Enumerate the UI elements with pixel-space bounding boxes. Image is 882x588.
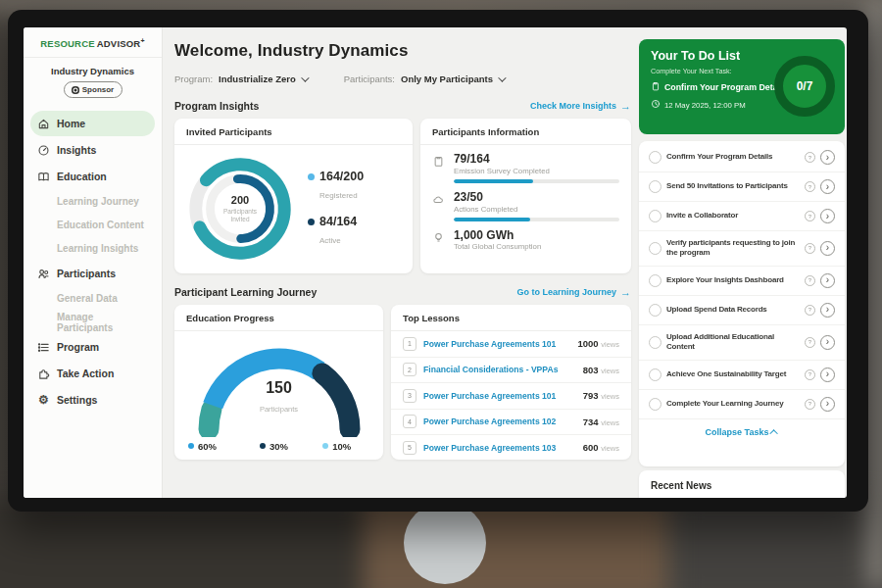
sidebar-item-manage-participants[interactable]: Manage Participants	[30, 311, 155, 333]
chevron-right-button[interactable]: ›	[820, 368, 835, 382]
info-icon[interactable]: ?	[805, 399, 815, 410]
people-icon	[37, 268, 50, 280]
invited-donut-chart: 200 Participants Invited	[182, 151, 298, 267]
legend-dot	[260, 443, 266, 449]
legend-active: 84/164Active	[308, 216, 364, 247]
go-to-learning-journey-link[interactable]: Go to Learning Journey →	[516, 286, 631, 298]
legend-dot	[322, 443, 328, 449]
filters-row: Program: Industrialize Zero Participants…	[174, 74, 631, 84]
education-progress-card: Education Progress 150 Participants 60%C…	[174, 305, 383, 460]
task-checkbox[interactable]	[649, 398, 662, 411]
logo-resource: RESOURCE	[40, 38, 94, 49]
lesson-row: 2 Financial Considerations - VPPAs 803 v…	[391, 358, 631, 384]
top-lessons-card: Top Lessons 1 Power Purchase Agreements …	[391, 305, 631, 460]
recent-news-card: Recent News	[639, 470, 845, 498]
todo-due-date: 12 May 2025, 12:00 PM	[664, 101, 746, 110]
task-row-explore-insights: Explore Your Insights Dashboard ? ›	[639, 267, 845, 296]
lesson-row: 1 Power Purchase Agreements 101 1000 vie…	[391, 331, 631, 358]
chevron-right-button[interactable]: ›	[820, 241, 835, 256]
sidebar-item-program[interactable]: Program	[30, 334, 155, 360]
info-icon[interactable]: ?	[805, 305, 815, 316]
clipboard-icon	[651, 81, 661, 93]
lesson-link[interactable]: Power Purchase Agreements 103	[423, 443, 576, 453]
sidebar-item-take-action[interactable]: Take Action	[30, 361, 155, 386]
info-icon[interactable]: ?	[805, 243, 815, 254]
stat-actions-completed: 23/50 Actions Completed	[420, 183, 631, 221]
chevron-right-button[interactable]: ›	[820, 209, 835, 223]
sidebar-item-general-data[interactable]: General Data	[30, 287, 155, 310]
legend-dot	[188, 443, 194, 449]
book-icon	[37, 171, 50, 183]
info-icon[interactable]: ?	[805, 211, 815, 221]
chevron-right-button[interactable]: ›	[820, 335, 835, 350]
task-checkbox[interactable]	[649, 368, 662, 381]
info-icon[interactable]: ?	[805, 337, 815, 348]
sidebar-menu: Home Insights Education Learning Journey…	[24, 108, 162, 416]
task-checkbox[interactable]	[649, 151, 662, 164]
check-more-insights-link[interactable]: Check More Insights →	[530, 100, 631, 112]
chevron-right-button[interactable]: ›	[820, 397, 835, 412]
lesson-link[interactable]: Power Purchase Agreements 102	[423, 416, 576, 426]
sponsor-label: Sponsor	[82, 85, 114, 94]
cloud-icon	[432, 191, 446, 218]
participants-information-card: Participants Information 79/164 Emission…	[420, 119, 631, 273]
info-icon[interactable]: ?	[805, 275, 815, 286]
gear-icon: ⚙	[37, 394, 50, 407]
chevron-right-button[interactable]: ›	[820, 303, 835, 318]
collapse-tasks-link[interactable]: Collapse Tasks	[639, 419, 845, 441]
lesson-link[interactable]: Financial Considerations - VPPAs	[423, 365, 576, 374]
legend-dot	[308, 219, 315, 225]
task-checkbox[interactable]	[649, 210, 662, 222]
task-row-invite-collaborator: Invite a Collaborator ? ›	[639, 202, 845, 231]
task-checkbox[interactable]	[649, 336, 662, 349]
sidebar-item-insights[interactable]: Insights	[30, 137, 155, 163]
chevron-right-button[interactable]: ›	[820, 179, 835, 194]
chevron-right-button[interactable]: ›	[820, 150, 835, 165]
sidebar-item-settings[interactable]: ⚙ Settings	[30, 387, 155, 413]
program-filter-label: Program:	[174, 74, 213, 84]
chevron-right-button[interactable]: ›	[820, 273, 835, 288]
todo-counter: 0/7	[797, 79, 813, 93]
page-title: Welcome, Industry Dynamics	[174, 41, 631, 61]
task-row-complete-learning-journey: Complete Your Learning Journey ? ›	[639, 390, 845, 419]
stat-emission-survey: 79/164 Emission Survey Completed	[420, 145, 631, 183]
section-learning-journey: Participant Learning Journey	[174, 286, 317, 298]
legend-completed: 60%Completed	[188, 441, 233, 460]
lesson-link[interactable]: Power Purchase Agreements 101	[423, 391, 576, 401]
dashboard-screen: RESOURCEADVISOR+ Industry Dynamics Spons…	[24, 27, 847, 498]
legend-dot	[308, 173, 315, 180]
task-checkbox[interactable]	[649, 274, 662, 287]
sidebar-item-education[interactable]: Education	[30, 164, 155, 189]
app-logo: RESOURCEADVISOR+	[24, 27, 162, 58]
program-filter-dropdown[interactable]: Industrialize Zero	[219, 74, 307, 84]
org-name: Industry Dynamics	[24, 66, 162, 76]
lesson-link[interactable]: Power Purchase Agreements 101	[423, 339, 570, 349]
chevron-up-icon	[770, 429, 778, 437]
sidebar-item-participants[interactable]: Participants	[30, 261, 155, 286]
section-program-insights: Program Insights	[174, 100, 259, 112]
sidebar-item-home[interactable]: Home	[30, 111, 155, 136]
participants-filter-label: Participants:	[344, 74, 395, 84]
task-row-upload-educational-content: Upload Additional Educational Content ? …	[639, 325, 845, 361]
info-icon[interactable]: ?	[805, 369, 815, 380]
chevron-down-icon	[498, 74, 506, 81]
gauge-center-value: 150	[186, 378, 372, 397]
task-checkbox[interactable]	[649, 304, 662, 317]
sidebar-item-education-content[interactable]: Education Content	[30, 214, 155, 236]
insights-gauge-icon	[37, 144, 50, 157]
donut-center-value: 200	[231, 194, 249, 208]
legend-pending: 30%Pending	[260, 441, 297, 460]
task-checkbox[interactable]	[649, 180, 662, 193]
task-checkbox[interactable]	[649, 242, 662, 255]
participants-filter-dropdown[interactable]: Only My Participants	[401, 74, 504, 84]
info-icon[interactable]: ?	[805, 152, 815, 163]
legend-not-started: 10%Not Started	[322, 441, 369, 460]
task-row-upload-spend-data: Upload Spend Data Records ? ›	[639, 296, 845, 325]
sidebar-item-learning-insights[interactable]: Learning Insights	[30, 237, 155, 260]
todo-tasks-card: Confirm Your Program Details ? › Send 50…	[639, 141, 845, 466]
monitor-stand	[404, 502, 486, 584]
clock-icon	[651, 99, 661, 111]
info-icon[interactable]: ?	[805, 181, 815, 192]
sidebar-item-learning-journey[interactable]: Learning Journey	[30, 190, 155, 213]
task-row-verify-participants: Verify participants requesting to join t…	[639, 231, 845, 267]
